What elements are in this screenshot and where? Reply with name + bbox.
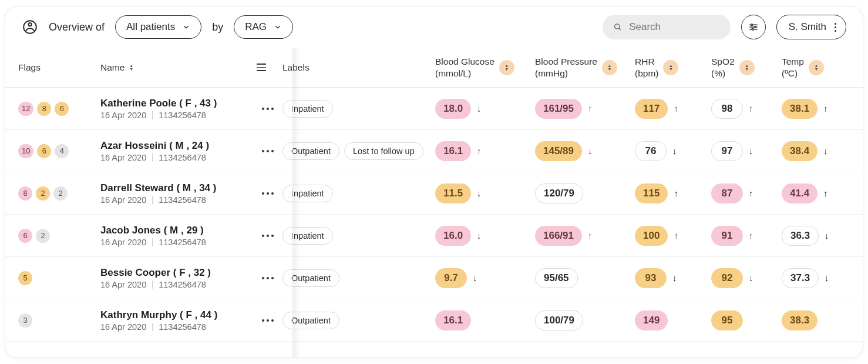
col-rhr[interactable]: RHR(bpm) ▲▼ [635, 56, 711, 79]
labels-cell: Inpatient [282, 100, 435, 118]
sort-icon[interactable]: ▲▼ [499, 60, 514, 75]
row-menu-button[interactable] [253, 150, 282, 152]
trend-arrow-down-icon: ↓ [477, 188, 482, 198]
table-row[interactable]: 822 Darrell Steward ( M , 34 ) 16 Apr 20… [5, 172, 863, 215]
col-blood-glucose[interactable]: Blood Glucose(mmol/L) ▲▼ [435, 56, 535, 79]
columns-menu-icon [253, 60, 270, 75]
topbar: Overview of All patients by RAG [5, 6, 863, 48]
name-cell[interactable]: Kathryn Murphy ( F , 44 ) 16 Apr 2020 11… [100, 309, 253, 332]
row-menu-button[interactable] [253, 319, 282, 322]
flag-badge: 6 [37, 144, 51, 158]
name-cell[interactable]: Darrell Steward ( M , 34 ) 16 Apr 2020 1… [100, 182, 253, 205]
metric-value: 91 [711, 226, 743, 246]
row-menu-button[interactable] [253, 277, 282, 279]
table-row[interactable]: 1286 Katherine Poole ( F , 43 ) 16 Apr 2… [5, 88, 863, 130]
group-select-label: RAG [245, 21, 267, 33]
name-cell[interactable]: Azar Hosseini ( M , 24 ) 16 Apr 2020 113… [100, 140, 253, 162]
metric-value: 93 [635, 268, 667, 288]
col-spo2[interactable]: SpO2(%) ▲▼ [711, 56, 782, 79]
trend-arrow-down-icon: ↓ [825, 231, 829, 241]
row-menu-button[interactable] [253, 192, 282, 195]
col-temp[interactable]: Temp(ºC) ▲▼ [782, 56, 852, 79]
dots-icon [262, 277, 274, 279]
metric-value: 100 [635, 226, 668, 246]
col-blood-pressure[interactable]: Blood Pressure(mmHg) ▲▼ [535, 56, 635, 79]
col-name[interactable]: Name ▲▼ [100, 62, 253, 73]
metric-cell: 92 ↓ [711, 268, 782, 288]
table-row[interactable]: 62 Jacob Jones ( M , 29 ) 16 Apr 2020 11… [5, 215, 863, 257]
col-flags: Flags [18, 62, 100, 73]
flag-badge: 2 [36, 186, 50, 201]
metric-cell: 38.4 ↓ [782, 141, 852, 161]
trend-arrow-up-icon: ↑ [588, 231, 593, 241]
dots-icon [262, 192, 274, 195]
table-row[interactable]: 1064 Azar Hosseini ( M , 24 ) 16 Apr 202… [5, 130, 863, 172]
label-chip[interactable]: Inpatient [282, 185, 333, 202]
table-row[interactable]: 3 Kathryn Murphy ( F , 44 ) 16 Apr 2020 … [5, 299, 863, 342]
trend-arrow-down-icon: ↓ [672, 273, 677, 283]
patient-name: Bessie Cooper ( F , 32 ) [100, 267, 253, 279]
patient-name: Kathryn Murphy ( F , 44 ) [100, 309, 253, 321]
metric-cell: 16.1 ↑ [435, 310, 535, 330]
dots-icon [262, 235, 274, 237]
metric-value: 166/91 [535, 226, 582, 246]
trend-arrow-down-icon: ↓ [473, 273, 477, 283]
group-select[interactable]: RAG [234, 15, 293, 39]
flag-badge: 3 [18, 313, 32, 328]
search-box[interactable] [603, 15, 731, 39]
label-chip[interactable]: Outpatient [282, 269, 339, 287]
row-menu-button[interactable] [253, 235, 282, 237]
trend-arrow-down-icon: ↓ [588, 146, 593, 156]
dots-icon [262, 108, 274, 110]
patient-id: 1134256478 [159, 111, 206, 120]
table-row[interactable]: 5 Bessie Cooper ( F , 32 ) 16 Apr 2020 1… [5, 257, 863, 299]
trend-arrow-up-icon: ↑ [823, 188, 828, 198]
labels-cell: Inpatient [282, 227, 435, 245]
label-chip[interactable]: Outpatient [282, 312, 339, 329]
col-columns-menu[interactable] [253, 60, 282, 75]
label-chip[interactable]: Inpatient [282, 100, 333, 118]
labels-cell: Outpatient [282, 312, 435, 329]
metric-cell: 38.3 ↑ [782, 310, 852, 330]
trend-arrow-down-icon: ↓ [825, 273, 829, 283]
name-cell[interactable]: Katherine Poole ( F , 43 ) 16 Apr 2020 1… [100, 98, 253, 120]
sort-icon[interactable]: ▲▼ [809, 60, 824, 75]
sliders-icon [748, 22, 759, 32]
metric-value: 98 [711, 99, 743, 119]
metric-value: 38.3 [782, 310, 817, 330]
metric-value: 149 [635, 310, 668, 330]
sort-icon[interactable]: ▲▼ [129, 64, 133, 71]
label-chip[interactable]: Lost to follow up [344, 142, 423, 160]
user-menu[interactable]: S. Smith [776, 15, 846, 39]
patients-table[interactable]: Flags Name ▲▼ Labels Blood Glucose(mmol/… [5, 48, 863, 358]
flags-cell: 822 [18, 186, 100, 201]
patient-date: 16 Apr 2020 [100, 280, 146, 289]
patient-date: 16 Apr 2020 [100, 238, 146, 247]
patient-name: Katherine Poole ( F , 43 ) [100, 98, 253, 109]
chevron-down-icon [182, 23, 190, 31]
flags-cell: 3 [18, 313, 100, 328]
label-chip[interactable]: Inpatient [282, 227, 333, 245]
label-chip[interactable]: Outpatient [282, 142, 339, 160]
metric-value: 16.1 [435, 141, 471, 161]
filters-button[interactable] [741, 15, 766, 39]
metric-value: 41.4 [782, 183, 817, 203]
flag-badge: 8 [18, 186, 32, 201]
col-labels: Labels [282, 62, 435, 73]
name-cell[interactable]: Bessie Cooper ( F , 32 ) 16 Apr 2020 113… [100, 267, 253, 289]
sort-icon[interactable]: ▲▼ [602, 60, 617, 75]
metric-value: 92 [711, 268, 743, 288]
scope-select[interactable]: All patients [115, 15, 201, 39]
sort-icon[interactable]: ▲▼ [663, 60, 678, 75]
svg-point-5 [752, 28, 753, 30]
row-menu-button[interactable] [253, 108, 282, 110]
metric-value: 145/89 [535, 141, 582, 161]
name-cell[interactable]: Jacob Jones ( M , 29 ) 16 Apr 2020 11342… [100, 225, 253, 247]
search-input[interactable] [628, 21, 720, 34]
patient-name: Darrell Steward ( M , 34 ) [100, 182, 253, 194]
metric-cell: 98 ↑ [711, 99, 782, 119]
patient-id: 1134256478 [159, 280, 206, 289]
metric-cell: 11.5 ↓ [435, 183, 535, 203]
sort-icon[interactable]: ▲▼ [739, 60, 755, 75]
metric-cell: 76 ↓ [635, 141, 711, 161]
